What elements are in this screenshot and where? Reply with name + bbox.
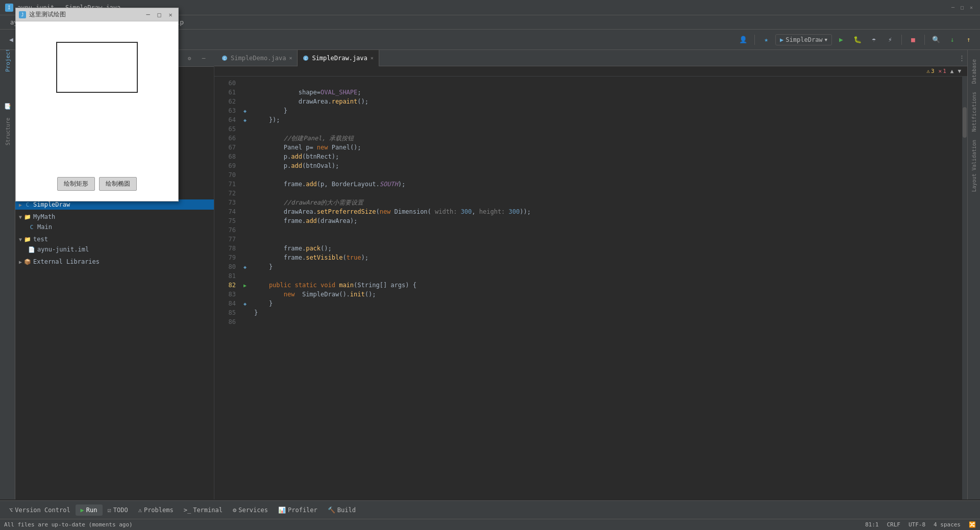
close-btn[interactable]: ✕ xyxy=(968,4,975,11)
tab-label: Terminal xyxy=(193,507,223,514)
ln-63: 63 xyxy=(214,106,236,115)
tab-profiler[interactable]: 📊 Profiler xyxy=(273,504,323,516)
run-btn[interactable]: ▶ xyxy=(834,33,848,47)
line-numbers: 60 61 62 63 64 65 66 67 68 69 70 71 72 7… xyxy=(214,77,240,499)
run-config-selector[interactable]: ▶ SimpleDraw ▼ xyxy=(775,34,832,45)
line-ending[interactable]: CRLF xyxy=(887,521,900,528)
chevron-down-icon: ▼ xyxy=(825,37,827,42)
notifications-panel-label[interactable]: Notifications xyxy=(971,88,977,136)
code-line-76 xyxy=(254,225,958,235)
tree-item-external[interactable]: ▶ 📦 External Libraries xyxy=(15,257,214,267)
tab-close-icon[interactable]: ✕ xyxy=(371,55,374,61)
cursor-position[interactable]: 81:1 xyxy=(865,521,879,528)
ln-69: 69 xyxy=(214,161,236,170)
vcs-icon: ⌥ xyxy=(9,507,13,514)
ln-65: 65 xyxy=(214,124,236,134)
bookmark-btn[interactable]: ★ xyxy=(759,33,773,47)
database-panel-label[interactable]: Database xyxy=(971,55,977,88)
profiler-icon: 📊 xyxy=(278,507,286,514)
nav-down-btn[interactable]: ▼ xyxy=(958,68,961,74)
maximize-btn[interactable]: □ xyxy=(959,4,966,11)
tab-simpledraw[interactable]: C SimpleDraw.java ✕ xyxy=(298,50,379,66)
vcs-commit-btn[interactable]: ↑ xyxy=(962,33,976,47)
bookmark-sidebar-icon[interactable]: 📑 xyxy=(2,100,14,112)
float-minimize-btn[interactable]: ─ xyxy=(143,10,153,19)
gi-79 xyxy=(240,253,250,262)
ln-82: 82 xyxy=(214,281,236,290)
run-config-label: SimpleDraw xyxy=(786,36,822,43)
code-line-85: } xyxy=(254,308,958,317)
editor-scrollbar[interactable] xyxy=(962,77,967,499)
tab-run[interactable]: ▶ Run xyxy=(76,504,103,516)
profile-run-btn[interactable]: ⚡ xyxy=(883,33,897,47)
tab-todo[interactable]: ☑ TODO xyxy=(103,504,133,516)
ln-70: 70 xyxy=(214,170,236,180)
float-controls: ─ □ ✕ xyxy=(143,10,175,19)
todo-icon: ☑ xyxy=(108,507,111,514)
separator-2 xyxy=(754,35,755,45)
separator-4 xyxy=(924,35,925,45)
tree-label: MyMath xyxy=(33,213,55,220)
layout-validation-label[interactable]: Layout Validation xyxy=(971,136,977,196)
debug-btn[interactable]: 🐛 xyxy=(850,33,865,47)
code-line-72 xyxy=(254,189,958,198)
expand-icon: ▼ xyxy=(17,237,23,242)
tab-close-icon[interactable]: ✕ xyxy=(289,55,292,61)
code-editor[interactable]: 60 61 62 63 64 65 66 67 68 69 70 71 72 7… xyxy=(214,77,967,499)
structure-icon[interactable]: Structure xyxy=(2,125,14,138)
tab-problems[interactable]: ⚠ Problems xyxy=(133,504,179,516)
tab-version-control[interactable]: ⌥ Version Control xyxy=(4,504,76,516)
gi-76 xyxy=(240,225,250,235)
minimize-btn[interactable]: ─ xyxy=(949,4,957,11)
code-line-80: } xyxy=(254,262,958,271)
draw-rect-btn[interactable]: 绘制矩形 xyxy=(57,177,95,191)
gutter-icons: ◈ ◈ ◈ ▶ ◈ xyxy=(240,77,250,499)
code-line-82: public static void main(String[] args) { xyxy=(254,281,958,290)
tab-simpledemo[interactable]: C SimpleDemo.java ✕ xyxy=(216,50,298,66)
expand-icon: ▶ xyxy=(17,259,23,265)
tree-item-test[interactable]: ▼ 📁 test xyxy=(15,234,214,244)
float-close-btn[interactable]: ✕ xyxy=(166,10,175,19)
draw-oval-btn[interactable]: 绘制椭圆 xyxy=(99,177,137,191)
run-play-icon: ▶ xyxy=(81,507,84,514)
encoding[interactable]: UTF-8 xyxy=(909,521,925,528)
nav-up-btn[interactable]: ▲ xyxy=(950,68,954,74)
profile-btn[interactable]: 👤 xyxy=(736,33,750,47)
ln-75: 75 xyxy=(214,216,236,225)
ln-74: 74 xyxy=(214,207,236,216)
code-content[interactable]: shape=OVAL_SHAPE; drawArea.repaint(); } … xyxy=(250,77,962,499)
code-line-71: frame.add(p, BorderLayout.SOUTH); xyxy=(254,180,958,189)
ln-76: 76 xyxy=(214,225,236,235)
code-line-66: //创建Panel, 承载按钮 xyxy=(254,134,958,143)
tab-services[interactable]: ⚙ Services xyxy=(228,504,273,516)
services-icon: ⚙ xyxy=(233,507,236,514)
status-right: 81:1 CRLF UTF-8 4 spaces 🔀 xyxy=(865,521,976,528)
float-maximize-btn[interactable]: □ xyxy=(155,10,164,19)
svg-text:J: J xyxy=(21,13,24,17)
project-icon[interactable]: Project xyxy=(2,54,14,66)
coverage-btn[interactable]: ☂ xyxy=(867,33,881,47)
panel-minimize-icon[interactable]: ─ xyxy=(198,52,210,64)
tab-terminal[interactable]: >_ Terminal xyxy=(179,504,228,516)
search-btn[interactable]: 🔍 xyxy=(929,33,943,47)
tree-item-main[interactable]: C Main xyxy=(15,222,214,232)
tabs-overflow-btn[interactable]: ⋮ xyxy=(959,54,965,62)
ln-79: 79 xyxy=(214,253,236,262)
tree-item-mymath[interactable]: ▼ 📁 MyMath xyxy=(15,212,214,222)
panel-settings-icon[interactable]: ⚙ xyxy=(183,52,195,64)
tree-item-iml[interactable]: 📄 aynu-junit.iml xyxy=(15,244,214,255)
svg-text:C: C xyxy=(305,57,307,61)
build-btn[interactable]: ■ xyxy=(906,33,920,47)
tree-label: External Libraries xyxy=(33,258,100,265)
indent-settings[interactable]: 4 spaces xyxy=(934,521,961,528)
error-icon: ✕ xyxy=(939,68,942,74)
bottom-tabs-bar: ⌥ Version Control ▶ Run ☑ TODO ⚠ Problem… xyxy=(0,500,980,519)
gi-77 xyxy=(240,235,250,244)
tab-label: TODO xyxy=(113,507,128,514)
code-line-73: //drawArea的大小需要设置 xyxy=(254,198,958,207)
gi-63: ◈ xyxy=(240,106,250,115)
tab-build[interactable]: 🔨 Build xyxy=(323,504,361,516)
vcs-update-btn[interactable]: ↓ xyxy=(945,33,960,47)
code-line-75: frame.add(drawArea); xyxy=(254,216,958,225)
folder-icon: 📁 xyxy=(23,213,32,221)
